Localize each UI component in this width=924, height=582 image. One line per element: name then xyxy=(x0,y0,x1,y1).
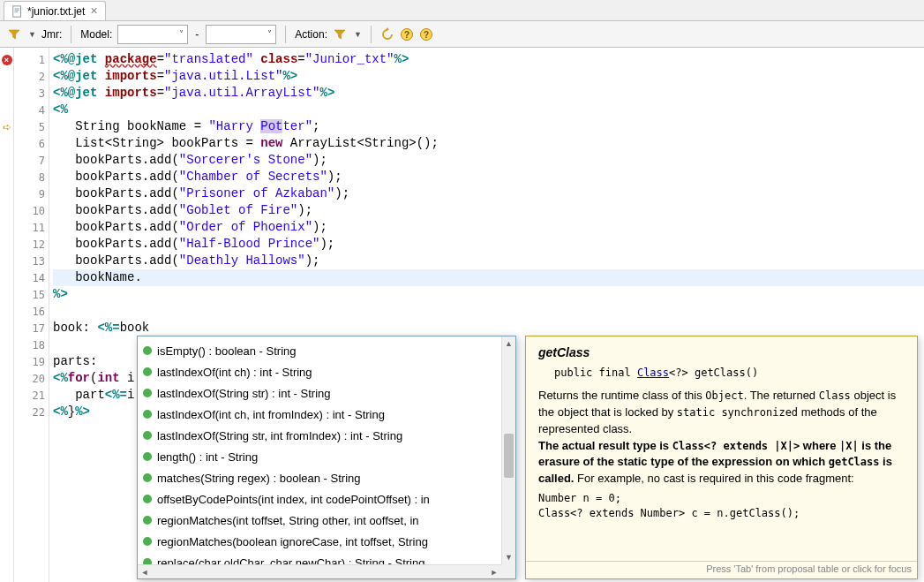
javadoc-title: getClass xyxy=(538,345,905,359)
arrow-marker-icon: ➪ xyxy=(3,121,11,133)
line-number: 13 xyxy=(14,253,49,269)
svg-text:?: ? xyxy=(424,30,429,40)
code-line[interactable]: String bookName = "Harry Potter"; xyxy=(53,118,924,135)
code-line[interactable]: <%@jet imports="java.util.ArrayList"%> xyxy=(53,85,924,102)
proposal-label: lastIndexOf(String str) : int - String xyxy=(157,387,331,400)
proposal-label: length() : int - String xyxy=(157,450,258,464)
proposal-label: isEmpty() : boolean - String xyxy=(157,344,297,358)
scroll-right-icon[interactable]: ► xyxy=(487,565,501,578)
proposal-item[interactable]: offsetByCodePoints(int index, int codePo… xyxy=(138,488,515,510)
proposal-item[interactable]: isEmpty() : boolean - String xyxy=(138,340,515,361)
class-link[interactable]: Class xyxy=(637,367,669,379)
editor-tab-title: *junior.txt.jet xyxy=(27,5,85,18)
refresh-icon[interactable] xyxy=(380,27,394,42)
line-number: 20 xyxy=(14,370,49,387)
line-number: 9 xyxy=(14,185,49,202)
code-line[interactable]: bookParts.add("Prisoner of Azkaban"); xyxy=(53,185,924,202)
proposal-item[interactable]: lastIndexOf(String str, int fromIndex) :… xyxy=(138,425,515,446)
code-line[interactable]: book: <%=book xyxy=(53,320,924,336)
line-number: 17 xyxy=(14,320,49,336)
close-icon[interactable]: ✕ xyxy=(90,5,98,17)
line-number: 4 xyxy=(14,102,49,118)
scroll-down-icon[interactable]: ▼ xyxy=(502,550,515,564)
proposal-item[interactable]: length() : int - String xyxy=(138,446,515,467)
code-line[interactable]: bookParts.add("Chamber of Secrets"); xyxy=(53,169,924,185)
line-number: 2 xyxy=(14,68,49,85)
line-number: 5 xyxy=(14,118,49,135)
code-line[interactable]: <%@jet package="translated" class="Junio… xyxy=(53,51,924,68)
proposal-item[interactable]: regionMatches(int toffset, String other,… xyxy=(138,510,515,531)
javadoc-popup[interactable]: getClass public final Class<?> getClass(… xyxy=(525,336,918,579)
proposal-label: offsetByCodePoints(int index, int codePo… xyxy=(157,493,430,506)
svg-text:?: ? xyxy=(404,30,409,40)
method-public-icon xyxy=(143,495,152,503)
code-line[interactable]: List<String> bookParts = new ArrayList<S… xyxy=(53,135,924,152)
method-public-icon xyxy=(143,346,152,355)
action-label: Action: xyxy=(295,28,327,41)
line-number: 6 xyxy=(14,135,49,152)
method-public-icon xyxy=(143,410,152,419)
dropdown-arrow-icon[interactable]: ▼ xyxy=(354,30,362,39)
filter-icon[interactable] xyxy=(7,27,21,42)
method-public-icon xyxy=(143,431,152,440)
proposal-label: matches(String regex) : boolean - String xyxy=(157,472,361,485)
code-line[interactable]: %> xyxy=(53,286,924,303)
editor-tab-bar: *junior.txt.jet ✕ xyxy=(0,0,924,21)
filter-icon[interactable] xyxy=(333,27,347,42)
help-icon[interactable]: ? xyxy=(419,27,433,42)
line-number-gutter: 12345678910111213141516171819202122 xyxy=(14,48,49,582)
method-public-icon xyxy=(143,537,152,546)
method-public-icon xyxy=(143,473,152,482)
proposal-item[interactable]: lastIndexOf(int ch) : int - String xyxy=(138,361,515,382)
file-icon xyxy=(11,5,24,18)
proposal-label: lastIndexOf(int ch, int fromIndex) : int… xyxy=(157,408,385,421)
dropdown-arrow-icon[interactable]: ▼ xyxy=(28,30,36,39)
proposal-item[interactable]: regionMatches(boolean ignoreCase, int to… xyxy=(138,531,515,552)
method-public-icon xyxy=(143,367,152,376)
horizontal-scrollbar[interactable]: ◄ ► xyxy=(138,564,501,578)
line-number: 7 xyxy=(14,152,49,169)
line-number: 10 xyxy=(14,202,49,219)
scrollbar-thumb[interactable] xyxy=(504,434,514,478)
help-icon[interactable]: ? xyxy=(400,27,414,42)
jmr-label: Jmr: xyxy=(41,28,62,41)
line-number: 18 xyxy=(14,336,49,353)
line-number: 11 xyxy=(14,219,49,236)
editor-tab[interactable]: *junior.txt.jet ✕ xyxy=(4,1,106,20)
scroll-left-icon[interactable]: ◄ xyxy=(138,565,152,578)
line-number: 14 xyxy=(14,269,49,286)
line-number: 22 xyxy=(14,404,49,420)
method-public-icon xyxy=(143,452,152,461)
error-marker-icon[interactable]: × xyxy=(2,55,12,65)
proposal-item[interactable]: lastIndexOf(String str) : int - String xyxy=(138,382,515,404)
scroll-up-icon[interactable]: ▲ xyxy=(502,336,515,351)
line-number: 16 xyxy=(14,303,49,320)
resize-grip[interactable] xyxy=(501,564,515,578)
model-label: Model: xyxy=(80,28,112,41)
code-line[interactable]: bookName. xyxy=(53,269,924,286)
method-public-icon xyxy=(143,389,152,397)
model-combo-1[interactable] xyxy=(117,25,188,44)
line-number: 21 xyxy=(14,387,49,404)
code-line[interactable]: bookParts.add("Half-Blood Prince"); xyxy=(53,236,924,253)
vertical-scrollbar[interactable]: ▲ ▼ xyxy=(501,336,515,564)
proposal-item[interactable]: matches(String regex) : boolean - String xyxy=(138,467,515,488)
line-number: 8 xyxy=(14,169,49,185)
code-line[interactable]: <%@jet imports="java.util.List"%> xyxy=(53,68,924,85)
code-line[interactable]: bookParts.add("Sorcerer's Stone"); xyxy=(53,152,924,169)
svg-rect-2 xyxy=(15,10,19,11)
proposal-item[interactable]: lastIndexOf(int ch, int fromIndex) : int… xyxy=(138,404,515,425)
javadoc-body: Returns the runtime class of this Object… xyxy=(538,388,905,522)
line-number: 19 xyxy=(14,353,49,370)
proposal-list[interactable]: isEmpty() : boolean - StringlastIndexOf(… xyxy=(138,336,515,578)
content-assist-popup[interactable]: isEmpty() : boolean - StringlastIndexOf(… xyxy=(137,336,516,579)
code-line[interactable]: bookParts.add("Deathly Hallows"); xyxy=(53,253,924,269)
code-line[interactable] xyxy=(53,303,924,320)
proposal-label: regionMatches(boolean ignoreCase, int to… xyxy=(157,535,428,548)
svg-rect-3 xyxy=(15,11,19,12)
model-combo-2[interactable] xyxy=(206,25,276,44)
code-line[interactable]: <% xyxy=(53,102,924,118)
code-line[interactable]: bookParts.add("Goblet of Fire"); xyxy=(53,202,924,219)
proposal-label: lastIndexOf(String str, int fromIndex) :… xyxy=(157,429,402,442)
code-line[interactable]: bookParts.add("Order of Phoenix"); xyxy=(53,219,924,236)
